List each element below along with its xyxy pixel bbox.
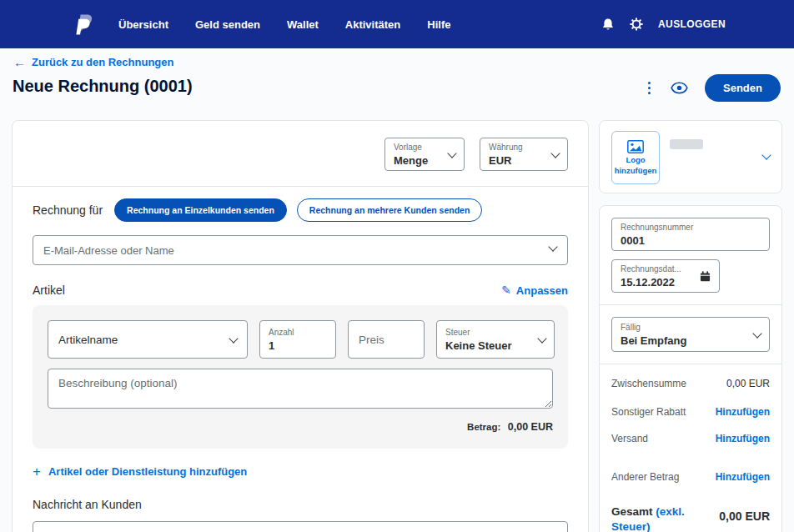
invoice-date-value: 15.12.2022	[621, 276, 675, 289]
top-navbar: Übersicht Geld senden Wallet Aktivitäten…	[0, 0, 794, 48]
divider	[13, 186, 588, 187]
invoice-number-label: Rechnungsnummer	[621, 222, 761, 233]
chevron-down-icon	[537, 334, 546, 343]
quantity-label: Anzahl	[269, 327, 327, 338]
back-link[interactable]: ← Zurück zu den Rechnungen	[13, 55, 173, 69]
shipping-label: Versand	[611, 433, 648, 444]
items-header-row: Artikel ✎ Anpassen	[33, 284, 568, 297]
primary-nav: Übersicht Geld senden Wallet Aktivitäten…	[118, 18, 450, 31]
price-input[interactable]	[349, 321, 424, 358]
business-name-redacted	[670, 139, 703, 149]
message-wrap	[33, 521, 568, 532]
shipping-add-link[interactable]: Hinzufügen	[716, 433, 770, 444]
tax-select[interactable]: Steuer Keine Steuer	[436, 320, 555, 359]
price-field[interactable]	[348, 320, 425, 359]
total-value: 0,00 EUR	[719, 509, 770, 523]
recipient-email-wrap	[33, 235, 568, 265]
single-customer-pill[interactable]: Rechnung an Einzelkunden senden	[114, 198, 287, 222]
subtotal-label: Zwischensumme	[611, 378, 686, 389]
subtotal-value: 0,00 EUR	[726, 378, 770, 389]
back-arrow-icon: ←	[13, 55, 26, 69]
description-textarea[interactable]	[48, 369, 553, 409]
other-amount-row: Anderer Betrag Hinzufügen	[611, 471, 770, 483]
message-label: Nachricht an Kunden	[33, 498, 568, 511]
quantity-field[interactable]: Anzahl	[259, 320, 336, 359]
currency-dropdown[interactable]: Währung EUR	[480, 138, 568, 171]
recipient-row: Rechnung für Rechnung an Einzelkunden se…	[33, 198, 568, 222]
page-title: Neue Rechnung (0001)	[13, 77, 193, 96]
currency-label: Währung	[489, 142, 542, 153]
logo-card: Logo hinzufügen	[599, 120, 782, 193]
template-value: Menge	[394, 154, 428, 167]
nav-item-uebersicht[interactable]: Übersicht	[118, 18, 168, 31]
discount-add-link[interactable]: Hinzufügen	[716, 406, 770, 418]
invoice-form-card: Vorlage Menge Währung EUR Rechnung für R…	[12, 120, 589, 532]
total-row: Gesamt (exkl. Steuer) 0,00 EUR	[611, 504, 770, 532]
description-wrap	[48, 369, 553, 412]
chevron-down-icon[interactable]	[761, 150, 771, 159]
paypal-logo-icon[interactable]	[75, 13, 93, 36]
invoice-details-card: Rechnungsnummer Rechnungsdat... 15.12.20…	[599, 205, 782, 532]
email-input[interactable]	[33, 235, 568, 265]
nav-item-hilfe[interactable]: Hilfe	[427, 18, 450, 31]
items-label: Artikel	[33, 284, 65, 297]
nav-item-wallet[interactable]: Wallet	[287, 18, 319, 31]
due-select[interactable]: Fällig Bei Empfang	[611, 317, 770, 352]
template-dropdown[interactable]: Vorlage Menge	[384, 138, 465, 171]
item-name-select[interactable]: Artikelname	[48, 320, 248, 359]
tax-value: Keine Steuer	[445, 339, 511, 352]
nav-item-aktivitaeten[interactable]: Aktivitäten	[345, 18, 400, 31]
plus-icon: +	[33, 466, 41, 478]
due-label: Fällig	[621, 322, 754, 333]
currency-value: EUR	[489, 154, 511, 167]
item-name-value: Artikelname	[58, 334, 230, 346]
image-icon	[627, 140, 644, 153]
discount-row: Sonstiger Rabatt Hinzufügen	[611, 406, 770, 418]
recipient-label: Rechnung für	[33, 203, 103, 217]
amount-label: Betrag:	[467, 422, 500, 432]
chevron-down-icon	[229, 334, 238, 343]
divider	[600, 304, 781, 305]
quantity-input[interactable]	[269, 339, 327, 353]
chevron-down-icon	[550, 148, 560, 158]
add-item-label: Artikel oder Dienstleistung hinzufügen	[48, 465, 247, 478]
multi-customer-pill[interactable]: Rechnung an mehrere Kunden senden	[297, 198, 483, 222]
tax-label: Steuer	[445, 327, 539, 338]
message-textarea[interactable]	[33, 521, 568, 532]
invoice-sidebar: Logo hinzufügen Rechnungsnummer Rechnung…	[599, 120, 782, 532]
customize-link-label: Anpassen	[516, 284, 568, 297]
item-panel: Artikelname Anzahl Steuer Keine Steuer	[33, 305, 568, 449]
shipping-row: Versand Hinzufügen	[611, 433, 770, 444]
chevron-down-icon	[752, 329, 761, 338]
pencil-icon: ✎	[501, 284, 511, 297]
send-button[interactable]: Senden	[705, 74, 781, 102]
invoice-date-label: Rechnungsdat...	[621, 263, 700, 274]
add-logo-label-line1: Logo	[626, 155, 645, 164]
navbar-actions: AUSLOGGEN	[601, 18, 726, 32]
total-label: Gesamt (exkl. Steuer)	[611, 504, 705, 532]
nav-item-geld-senden[interactable]: Geld senden	[195, 18, 260, 31]
gear-icon[interactable]	[630, 18, 643, 31]
invoice-date-field[interactable]: Rechnungsdat... 15.12.2022	[611, 259, 720, 293]
amount-value: 0,00 EUR	[508, 421, 553, 433]
preview-eye-icon[interactable]	[671, 82, 688, 94]
customize-link[interactable]: ✎ Anpassen	[501, 284, 568, 297]
item-fields-row: Artikelname Anzahl Steuer Keine Steuer	[48, 320, 553, 359]
chevron-down-icon	[447, 148, 456, 158]
add-logo-box[interactable]: Logo hinzufügen	[611, 131, 660, 184]
logout-button[interactable]: AUSLOGGEN	[658, 18, 726, 30]
more-options-icon[interactable]	[645, 78, 654, 97]
invoice-number-input[interactable]	[621, 234, 761, 248]
header-actions: Senden	[645, 73, 781, 102]
other-amount-add-link[interactable]: Hinzufügen	[716, 471, 770, 483]
discount-label: Sonstiger Rabatt	[611, 406, 686, 418]
template-label: Vorlage	[394, 142, 439, 153]
add-logo-label-line2: hinzufügen	[615, 166, 657, 175]
divider	[600, 364, 781, 364]
other-amount-label: Anderer Betrag	[611, 471, 679, 483]
add-item-link[interactable]: + Artikel oder Dienstleistung hinzufügen	[33, 465, 568, 478]
subtotal-row: Zwischensumme 0,00 EUR	[611, 378, 770, 389]
invoice-number-field[interactable]: Rechnungsnummer	[611, 218, 770, 251]
bell-icon[interactable]	[601, 18, 615, 32]
calendar-icon[interactable]	[700, 271, 711, 282]
